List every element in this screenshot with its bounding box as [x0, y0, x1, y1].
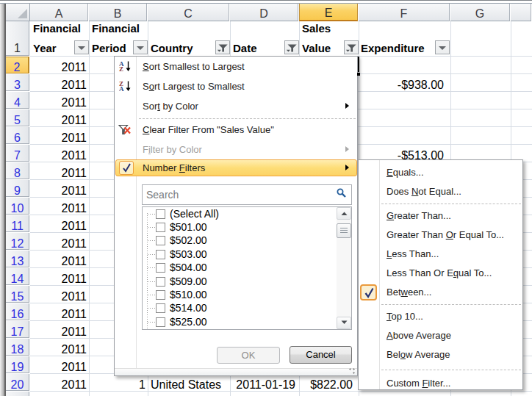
svg-text:Z: Z: [119, 65, 123, 73]
svg-text:A: A: [119, 85, 124, 93]
